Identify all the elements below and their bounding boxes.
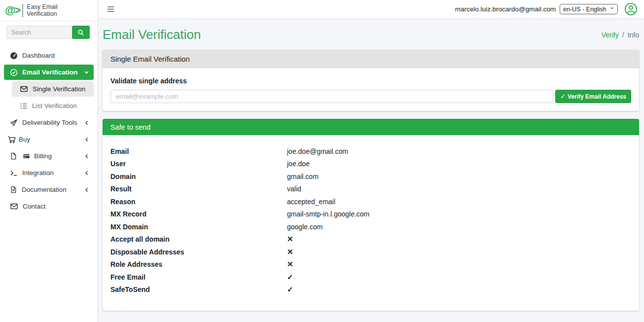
result-label: MX Domain (110, 223, 287, 231)
single-verification-card-body: Validate single address ✓ Verify Email A… (103, 68, 639, 111)
envelope-icon (20, 85, 28, 93)
sidebar-item-label: Dashboard (22, 52, 55, 59)
breadcrumb: Verify / Info (602, 31, 639, 39)
chevron-down-icon (83, 69, 90, 75)
result-row-domain: Domain gmail.com (110, 170, 631, 183)
sidebar-item-integration[interactable]: Integration (4, 165, 94, 180)
result-label: Role Addresses (110, 260, 287, 268)
result-label: MX Record (110, 210, 287, 218)
verify-email-button-label: Verify Email Address (568, 93, 626, 100)
email-input[interactable] (110, 90, 553, 103)
language-select-wrap: en-US - English (560, 4, 618, 14)
sidebar-item-buy[interactable]: Buy (4, 132, 94, 147)
cross-icon: ✕ (287, 248, 293, 256)
chevron-left-icon (84, 153, 90, 159)
file-alt-icon (10, 186, 17, 193)
result-row-safetosend: SafeToSend ✓ (110, 284, 631, 296)
sidebar: @> Easy Email Verification (0, 0, 98, 322)
check-circle-icon (10, 69, 18, 76)
result-label: Reason (110, 198, 287, 206)
result-card-body: Email joe.doe@gmail.com User joe.doe Dom… (103, 135, 639, 311)
result-label: Free Email (110, 273, 287, 281)
result-label: Accept all domain (110, 235, 287, 243)
sidebar-item-dashboard[interactable]: Dashboard (4, 48, 94, 63)
sidebar-item-label: Buy (19, 136, 30, 143)
sidebar-item-label: Single Verification (33, 85, 85, 93)
result-row-accept-all-domain: Accept all domain ✕ (110, 233, 631, 246)
brand-name: Easy Email Verification (27, 3, 58, 17)
sidebar-item-label: Integration (22, 169, 54, 177)
breadcrumb-separator: / (622, 31, 624, 39)
brand-divider (22, 4, 23, 17)
page-title: Email Verification (103, 27, 201, 42)
result-label: Domain (110, 173, 287, 180)
sidebar-search (0, 21, 98, 43)
sidebar-item-documentation[interactable]: Documentation (4, 182, 94, 197)
sidebar-item-list-verification[interactable]: List Verification (12, 98, 94, 113)
breadcrumb-verify-link[interactable]: Verify (602, 31, 619, 39)
chevron-left-icon (84, 120, 90, 126)
email-input-row: ✓ Verify Email Address (110, 90, 631, 103)
check-icon: ✓ (287, 273, 293, 282)
result-card: Safe to send Email joe.doe@gmail.com Use… (103, 119, 639, 311)
result-value: accepted_email (287, 198, 335, 206)
safe-to-send-header: Safe to send (103, 119, 639, 135)
result-row-mx-domain: MX Domain google.com (110, 220, 631, 233)
content: Email Verification Verify / Info Single … (98, 19, 644, 322)
sidebar-item-single-verification[interactable]: Single Verification (12, 81, 94, 97)
cross-icon: ✕ (287, 260, 293, 269)
result-row-email: Email joe.doe@gmail.com (110, 145, 631, 158)
result-value: google.com (287, 223, 322, 231)
main-area: marcelo.luiz.brocardo@gmail.com en-US - … (98, 0, 644, 322)
credit-card-icon (23, 152, 30, 160)
tachometer-icon (10, 52, 18, 60)
result-row-mx-record: MX Record gmail-smtp-in.l.google.com (110, 208, 631, 221)
chevron-left-icon (84, 170, 90, 176)
result-row-disposable-addresses: Disposable Addresses ✕ (110, 246, 631, 258)
search-button[interactable] (72, 26, 90, 39)
result-row-free-email: Free Email ✓ (110, 271, 631, 284)
result-label: SafeToSend (110, 286, 287, 293)
user-avatar-icon[interactable] (624, 2, 638, 16)
brand-logo-icon: @> (5, 4, 20, 17)
brand[interactable]: @> Easy Email Verification (0, 0, 98, 21)
list-icon (20, 102, 28, 110)
sidebar-item-deliverability-tools[interactable]: Deliverability Tools (4, 115, 94, 130)
sidebar-item-label: List Verification (32, 102, 77, 109)
hamburger-menu-icon[interactable] (106, 5, 115, 13)
sidebar-nav: Dashboard Email Verification Single V (0, 43, 98, 215)
result-label: Email (110, 147, 287, 155)
language-select[interactable]: en-US - English (560, 4, 618, 14)
result-value: gmail-smtp-in.l.google.com (287, 210, 369, 218)
check-icon: ✓ (560, 93, 566, 100)
verify-email-button[interactable]: ✓ Verify Email Address (555, 90, 631, 103)
search-input[interactable] (6, 26, 73, 39)
result-value: joe.doe (287, 160, 310, 168)
envelope-icon (10, 202, 18, 211)
terminal-icon (10, 169, 18, 177)
sidebar-item-billing[interactable]: Billing (4, 148, 94, 164)
sidebar-item-label: Contact (23, 203, 46, 210)
shopping-cart-icon (7, 135, 16, 144)
chevron-left-icon (84, 187, 90, 193)
check-icon: ✓ (287, 285, 293, 294)
result-row-reason: Reason accepted_email (110, 195, 631, 208)
result-row-role-addresses: Role Addresses ✕ (110, 258, 631, 271)
sidebar-item-label: Documentation (22, 186, 67, 193)
brand-name-line2: Verification (27, 10, 57, 17)
result-label: Disposable Addresses (110, 248, 287, 256)
single-verification-card-header: Single Email Verification (103, 50, 639, 68)
sidebar-item-contact[interactable]: Contact (4, 199, 94, 214)
result-label: Result (110, 185, 287, 193)
sidebar-item-label: Email Verification (22, 69, 78, 76)
magnifier-icon (77, 29, 84, 36)
topbar: marcelo.luiz.brocardo@gmail.com en-US - … (98, 0, 644, 19)
breadcrumb-current: Info (628, 31, 639, 39)
sidebar-item-email-verification[interactable]: Email Verification (4, 65, 94, 80)
topbar-right: marcelo.luiz.brocardo@gmail.com en-US - … (455, 2, 638, 16)
chevron-left-icon (84, 137, 90, 143)
result-value: joe.doe@gmail.com (287, 147, 348, 155)
result-row-user: User joe.doe (110, 158, 631, 171)
sidebar-item-label: Billing (34, 152, 52, 160)
result-value: gmail.com (287, 173, 319, 180)
